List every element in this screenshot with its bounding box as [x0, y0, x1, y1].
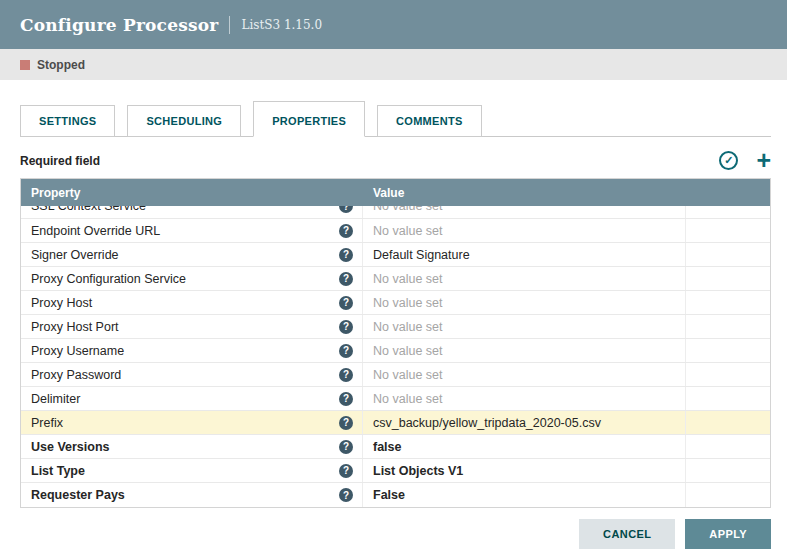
property-value-cell[interactable]: False: [363, 483, 686, 507]
table-row[interactable]: Endpoint Override URL?No value set: [21, 219, 770, 243]
property-value: false: [373, 440, 402, 454]
table-row[interactable]: Proxy Host Port?No value set: [21, 315, 770, 339]
property-value-cell[interactable]: false: [363, 435, 686, 458]
table-row[interactable]: Proxy Configuration Service?No value set: [21, 267, 770, 291]
dialog-title: Configure Processor: [20, 15, 218, 35]
tabs: SETTINGSSCHEDULINGPROPERTIESCOMMENTS: [20, 101, 771, 137]
property-value: csv_backup/yellow_tripdata_2020-05.csv: [373, 416, 601, 430]
property-table-body: SSL Context Service?No value setEndpoint…: [21, 206, 770, 507]
table-row[interactable]: SSL Context Service?No value set: [21, 206, 770, 219]
property-value-cell[interactable]: No value set: [363, 387, 686, 410]
property-name-cell: Requester Pays?: [21, 483, 363, 507]
table-row[interactable]: List Type?List Objects V1: [21, 459, 770, 483]
help-icon[interactable]: ?: [339, 272, 353, 286]
row-spacer: [686, 363, 770, 386]
property-name: Proxy Host Port: [31, 320, 339, 334]
tab-settings[interactable]: SETTINGS: [20, 105, 115, 137]
help-icon[interactable]: ?: [339, 392, 353, 406]
help-icon[interactable]: ?: [339, 416, 353, 430]
status-label: Stopped: [37, 58, 85, 72]
title-divider: [229, 16, 230, 34]
property-name-cell: Proxy Configuration Service?: [21, 267, 363, 290]
verify-properties-icon[interactable]: ✓: [719, 151, 738, 170]
table-row[interactable]: Use Versions?false: [21, 435, 770, 459]
help-icon[interactable]: ?: [339, 440, 353, 454]
property-value-cell[interactable]: List Objects V1: [363, 459, 686, 482]
property-name: Proxy Password: [31, 368, 339, 382]
property-value-cell[interactable]: No value set: [363, 291, 686, 314]
property-name: Proxy Host: [31, 296, 339, 310]
property-value: No value set: [373, 206, 442, 213]
property-value-cell[interactable]: No value set: [363, 339, 686, 362]
tab-comments[interactable]: COMMENTS: [377, 105, 482, 137]
help-icon[interactable]: ?: [339, 368, 353, 382]
property-value-cell[interactable]: No value set: [363, 219, 686, 242]
tab-properties[interactable]: PROPERTIES: [253, 101, 365, 137]
row-spacer: [686, 435, 770, 458]
property-name-cell: Signer Override?: [21, 243, 363, 266]
property-name: Proxy Username: [31, 344, 339, 358]
table-row[interactable]: Delimiter?No value set: [21, 387, 770, 411]
table-row[interactable]: Requester Pays?False: [21, 483, 770, 507]
help-icon[interactable]: ?: [339, 464, 353, 478]
help-icon[interactable]: ?: [339, 248, 353, 262]
property-name: Signer Override: [31, 248, 339, 262]
property-value: No value set: [373, 344, 442, 358]
cancel-button[interactable]: CANCEL: [579, 519, 675, 549]
table-row[interactable]: Signer Override?Default Signature: [21, 243, 770, 267]
property-value-cell[interactable]: No value set: [363, 315, 686, 338]
help-icon[interactable]: ?: [339, 320, 353, 334]
table-row[interactable]: Proxy Username?No value set: [21, 339, 770, 363]
property-value-cell[interactable]: csv_backup/yellow_tripdata_2020-05.csv: [363, 411, 686, 434]
status-bar: Stopped: [0, 49, 787, 80]
table-row[interactable]: Prefix?csv_backup/yellow_tripdata_2020-0…: [21, 411, 770, 435]
row-spacer: [686, 206, 770, 218]
property-value-cell[interactable]: No value set: [363, 206, 686, 218]
row-spacer: [686, 483, 770, 507]
row-spacer: [686, 459, 770, 482]
add-property-icon[interactable]: +: [756, 151, 771, 170]
property-name: Use Versions: [31, 440, 339, 454]
dialog-header: Configure Processor ListS3 1.15.0: [0, 0, 787, 49]
property-name-cell: Delimiter?: [21, 387, 363, 410]
help-icon[interactable]: ?: [339, 224, 353, 238]
property-name-cell: Endpoint Override URL?: [21, 219, 363, 242]
tab-scheduling[interactable]: SCHEDULING: [127, 105, 241, 137]
required-field-label: Required field: [20, 154, 719, 168]
property-value: Default Signature: [373, 248, 470, 262]
property-name-cell: SSL Context Service?: [21, 206, 363, 218]
property-table-header: Property Value: [21, 179, 770, 206]
property-value-cell[interactable]: No value set: [363, 363, 686, 386]
table-row[interactable]: Proxy Host?No value set: [21, 291, 770, 315]
row-spacer: [686, 411, 770, 434]
property-name-cell: Proxy Host?: [21, 291, 363, 314]
help-icon[interactable]: ?: [339, 206, 353, 213]
property-value: No value set: [373, 224, 442, 238]
property-value: No value set: [373, 392, 442, 406]
property-name-cell: Prefix?: [21, 411, 363, 434]
property-name: Proxy Configuration Service: [31, 272, 339, 286]
property-name-cell: Proxy Password?: [21, 363, 363, 386]
row-spacer: [686, 219, 770, 242]
row-spacer: [686, 387, 770, 410]
column-header-value: Value: [363, 186, 686, 200]
property-value-cell[interactable]: Default Signature: [363, 243, 686, 266]
table-row[interactable]: Proxy Password?No value set: [21, 363, 770, 387]
row-spacer: [686, 243, 770, 266]
property-name: Delimiter: [31, 392, 339, 406]
row-spacer: [686, 291, 770, 314]
column-header-property: Property: [21, 186, 363, 200]
row-spacer: [686, 267, 770, 290]
property-name: SSL Context Service: [31, 206, 339, 213]
help-icon[interactable]: ?: [339, 488, 353, 502]
dialog-footer: CANCEL APPLY: [579, 519, 771, 549]
properties-toolbar: Required field ✓ +: [20, 151, 771, 170]
help-icon[interactable]: ?: [339, 344, 353, 358]
property-value-cell[interactable]: No value set: [363, 267, 686, 290]
property-name-cell: Proxy Host Port?: [21, 315, 363, 338]
property-name: Endpoint Override URL: [31, 224, 339, 238]
apply-button[interactable]: APPLY: [685, 519, 771, 549]
property-name-cell: Proxy Username?: [21, 339, 363, 362]
property-name: Prefix: [31, 416, 339, 430]
help-icon[interactable]: ?: [339, 296, 353, 310]
